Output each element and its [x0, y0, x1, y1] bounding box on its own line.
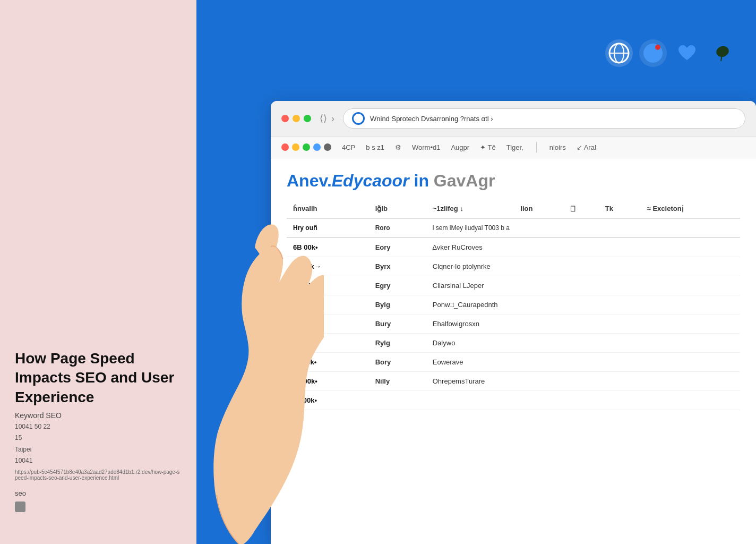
browser-content: Anev.Edycaoor in GavAgr ĥnvalih lg̃lb ~1… [271, 158, 756, 423]
meta-info-2: 15 [15, 433, 182, 443]
cell-5-2: Dalywo [426, 334, 740, 353]
forward-button[interactable]: › [331, 113, 334, 124]
table-row: 80 00k• Bylg Ponw□_Caurapednth [287, 295, 740, 314]
meta-zip: 10041 [15, 456, 182, 466]
cell-3-2: Ponw□_Caurapednth [426, 295, 740, 314]
icon-box [15, 502, 25, 512]
subh-1: Roro [369, 218, 426, 237]
th-4: ⎕ [564, 199, 598, 218]
dot-yellow [292, 143, 299, 151]
cell-8-2 [426, 391, 740, 410]
cell-4-2: Ehalfowigrosxn [426, 314, 740, 334]
cell-7-1: Nilly [369, 372, 426, 391]
cell-0-1: Eory [369, 237, 426, 257]
cell-4-1: Bury [369, 314, 426, 334]
th-3: lion [514, 199, 564, 218]
table-row: 32 00k• Bury Ehalfowigrosxn [287, 314, 740, 334]
cell-1-2: Clqner-lo ptolynrke [426, 257, 740, 276]
table-row: 8F 00k• [287, 391, 740, 410]
browser-icons-group [605, 39, 735, 67]
table-row: 6B 00k• Eory ∆vker RuCroves [287, 237, 740, 257]
traffic-lights [281, 115, 311, 122]
meta-info-1: 10041 50 22 [15, 422, 182, 432]
article-title: How Page Speed Impacts SEO and User Expe… [15, 349, 182, 407]
address-circle-icon [352, 112, 365, 125]
table-subheader-row: Hry oun̈ Roro l sem lMey iludyal T003 b … [287, 218, 740, 237]
separator-1 [536, 142, 537, 152]
table-row: 17 00k• Rylg Dalywo [287, 334, 740, 353]
seo-badge: seo [15, 489, 182, 497]
address-text: Wnind Sprotech Dvsarroning ?rnats αtl › [370, 115, 493, 123]
dot-green [303, 143, 310, 151]
toolbar-item-wormdi[interactable]: Worm•d1 [412, 143, 440, 151]
th-2: ~1zlifeg ↓ [426, 199, 514, 218]
browser-icon-3 [673, 39, 701, 67]
browser-icon-2 [639, 39, 667, 67]
dot-gray [324, 143, 331, 151]
cell-5-1: Rylg [369, 334, 426, 353]
traffic-light-green[interactable] [304, 115, 311, 122]
cell-6-2: Eowerave [426, 353, 740, 372]
toolbar-item-1[interactable]: b s z1 [366, 143, 384, 151]
toolbar-item-nloirs[interactable]: nloirs [549, 143, 566, 151]
cell-7-2: OhrepemsTurare [426, 372, 740, 391]
cell-1-1: Byrx [369, 257, 426, 276]
cell-6-1: Bory [369, 353, 426, 372]
heading-part4: GavAgr [429, 171, 495, 190]
page-heading: Anev.Edycaoor in GavAgr [287, 171, 740, 191]
cell-2-2: Cllarsinal LJeper [426, 276, 740, 295]
article-url: https://pub-5c454f571b8e40a3a2aad27ade84… [15, 469, 182, 481]
hand-overlay [175, 172, 324, 544]
table-row: 32 00k• Bory Eowerave [287, 353, 740, 372]
keyword-label: Keyword SEO [15, 411, 182, 420]
cell-2-1: Egry [369, 276, 426, 295]
back-button[interactable]: ⟨⟩ [320, 113, 327, 124]
th-5: Tk [599, 199, 641, 218]
table-row: 8l 00k• Egry Cllarsinal LJeper [287, 276, 740, 295]
toolbar-item-2[interactable]: ⚙ [395, 143, 401, 151]
browser-toolbar: 4CP b s z1 ⚙ Worm•d1 Augpr ✦ Tē Tiger, n… [271, 137, 756, 158]
heading-part2: Edycaoor [332, 171, 409, 190]
traffic-light-red[interactable] [281, 115, 289, 122]
svg-point-4 [655, 45, 660, 50]
meta-city: Taipei [15, 445, 182, 455]
browser-icon-1 [605, 39, 633, 67]
browser-window: ⟨⟩ › Wnind Sprotech Dvsarroning ?rnats α… [271, 101, 756, 544]
table-row: S0 00k• Nilly OhrepemsTurare [287, 372, 740, 391]
toolbar-item-0[interactable]: 4CP [342, 143, 355, 151]
th-1: lg̃lb [369, 199, 426, 218]
toolbar-item-aral[interactable]: ↙ Aral [577, 143, 596, 151]
address-bar[interactable]: Wnind Sprotech Dvsarroning ?rnats αtl › [343, 108, 745, 129]
blue-header [196, 0, 756, 106]
subh-2: l sem lMey iludyal T003 b a [426, 218, 740, 237]
th-6: ≈ Excietonị [641, 199, 740, 218]
table-header-row: ĥnvalih lg̃lb ~1zlifeg ↓ lion ⎕ Tk ≈ Exc… [287, 199, 740, 218]
dot-nav [281, 143, 331, 151]
dot-red [281, 143, 289, 151]
dot-blue [313, 143, 321, 151]
toolbar-item-augpr[interactable]: Augpr [451, 143, 469, 151]
browser-chrome: ⟨⟩ › Wnind Sprotech Dvsarroning ?rnats α… [271, 101, 756, 137]
data-table: ĥnvalih lg̃lb ~1zlifeg ↓ lion ⎕ Tk ≈ Exc… [287, 199, 740, 410]
table-row: 13 00k→ Byrx Clqner-lo ptolynrke [287, 257, 740, 276]
heading-part3: in [409, 171, 429, 190]
nav-buttons: ⟨⟩ › [320, 113, 334, 124]
browser-icon-4 [707, 39, 735, 67]
cell-3-1: Bylg [369, 295, 426, 314]
traffic-light-yellow[interactable] [293, 115, 300, 122]
toolbar-item-tiger[interactable]: Tiger, [506, 143, 523, 151]
cell-0-2: ∆vker RuCroves [426, 237, 740, 257]
toolbar-item-te[interactable]: ✦ Tē [480, 143, 496, 151]
left-panel: How Page Speed Impacts SEO and User Expe… [0, 0, 196, 544]
cell-8-1 [369, 391, 426, 410]
